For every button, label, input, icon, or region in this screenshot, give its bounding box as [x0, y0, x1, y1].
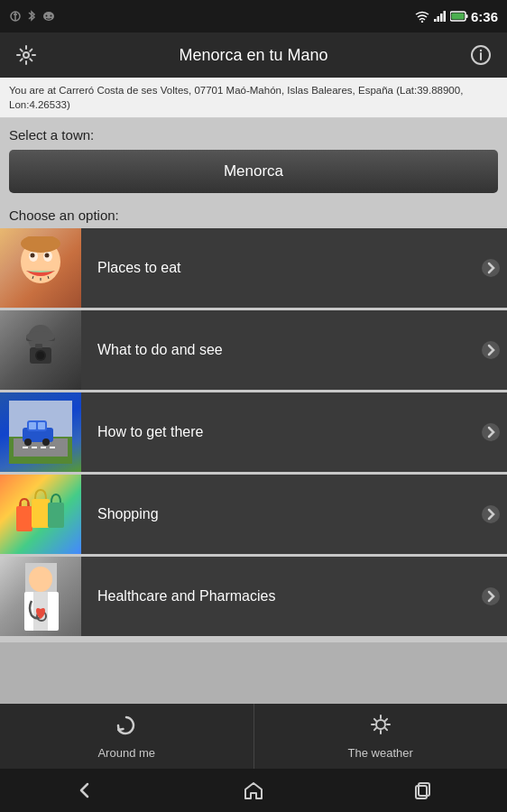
- menu-thumb-do: [0, 310, 81, 390]
- svg-point-6: [421, 21, 423, 23]
- battery-icon: [450, 11, 468, 22]
- menu-item-label-shopping: Shopping: [81, 506, 475, 522]
- wifi-icon: [414, 10, 430, 23]
- svg-line-64: [374, 718, 376, 720]
- svg-rect-47: [16, 506, 32, 531]
- signal-icon: [433, 10, 447, 23]
- menu-item-label-eat: Places to eat: [81, 260, 475, 276]
- menu-thumb-transport: [0, 392, 81, 472]
- svg-marker-68: [245, 783, 262, 798]
- svg-point-34: [26, 331, 55, 342]
- menu-item-health[interactable]: Healthcare and Pharmacies: [0, 557, 507, 636]
- select-town-section: Select a town: Menorca: [0, 118, 507, 198]
- svg-point-31: [37, 352, 44, 359]
- svg-point-42: [24, 438, 32, 446]
- menu-thumb-shopping: [0, 475, 81, 554]
- menu-thumb-health: [0, 557, 81, 636]
- top-bar: Menorca en tu Mano: [0, 32, 507, 78]
- svg-rect-7: [434, 19, 437, 22]
- android-nav: [0, 769, 507, 812]
- svg-point-58: [482, 587, 500, 605]
- status-bar-left: [9, 10, 56, 23]
- status-bar: 6:36: [0, 0, 507, 32]
- settings-button[interactable]: [13, 42, 40, 69]
- svg-rect-9: [440, 14, 443, 22]
- clock: 6:36: [471, 9, 498, 24]
- svg-rect-49: [48, 503, 64, 528]
- svg-rect-48: [32, 499, 50, 528]
- svg-line-67: [385, 718, 387, 720]
- svg-point-22: [45, 254, 50, 258]
- menu-item-do[interactable]: What to do and see: [0, 310, 507, 390]
- menu-item-transport[interactable]: How to get there: [0, 392, 507, 472]
- recents-button[interactable]: [409, 777, 436, 804]
- menu-item-eat[interactable]: Places to eat: [0, 228, 507, 308]
- svg-line-65: [385, 727, 387, 729]
- svg-point-52: [482, 505, 500, 523]
- bottom-nav-around-label: Around me: [97, 746, 155, 760]
- svg-rect-32: [35, 344, 42, 348]
- bottom-nav-weather[interactable]: The weather: [254, 704, 508, 769]
- svg-rect-45: [38, 422, 45, 429]
- menu-item-label-health: Healthcare and Pharmacies: [81, 588, 475, 604]
- location-text: You are at Carreró Costa de ses Voltes, …: [9, 85, 463, 110]
- status-bar-right: 6:36: [414, 9, 498, 24]
- svg-point-4: [46, 15, 48, 17]
- svg-point-17: [480, 50, 482, 51]
- location-bar: You are at Carreró Costa de ses Voltes, …: [0, 78, 507, 118]
- svg-line-66: [374, 727, 376, 729]
- main-content: Select a town: Menorca Choose an option:: [0, 118, 507, 642]
- svg-point-46: [482, 423, 500, 441]
- select-town-label: Select a town:: [9, 127, 498, 143]
- svg-rect-8: [437, 16, 439, 22]
- town-selector-button[interactable]: Menorca: [9, 150, 498, 193]
- bottom-nav: Around me The weather: [0, 704, 507, 769]
- weather-icon: [369, 714, 392, 743]
- back-button[interactable]: [71, 777, 98, 804]
- arrow-eat: [475, 252, 507, 284]
- svg-rect-10: [443, 11, 446, 22]
- menu-item-label-do: What to do and see: [81, 342, 475, 358]
- svg-point-35: [482, 341, 500, 359]
- svg-point-5: [51, 15, 52, 17]
- menu-list: Places to eat: [0, 228, 507, 642]
- svg-rect-13: [451, 14, 464, 20]
- svg-rect-44: [29, 422, 36, 429]
- choose-option-label: Choose an option:: [0, 198, 507, 228]
- svg-point-43: [42, 438, 50, 446]
- usb-icon: [9, 10, 22, 23]
- bottom-nav-weather-label: The weather: [348, 746, 413, 760]
- info-button[interactable]: [467, 42, 494, 69]
- svg-point-54: [29, 567, 52, 592]
- menu-item-shopping[interactable]: Shopping: [0, 475, 507, 554]
- svg-point-59: [376, 720, 385, 729]
- svg-point-21: [31, 254, 35, 258]
- android-face-icon: [41, 10, 56, 23]
- svg-point-14: [23, 52, 29, 58]
- bluetooth-icon: [27, 10, 36, 23]
- svg-point-27: [482, 259, 500, 277]
- menu-thumb-eat: [0, 228, 81, 308]
- arrow-health: [475, 580, 507, 613]
- home-button[interactable]: [240, 777, 267, 804]
- arrow-transport: [475, 416, 507, 448]
- svg-rect-12: [466, 14, 467, 18]
- around-icon: [115, 714, 138, 743]
- arrow-shopping: [475, 498, 507, 531]
- bottom-nav-around[interactable]: Around me: [0, 704, 254, 769]
- menu-item-label-transport: How to get there: [81, 424, 475, 440]
- app-title: Menorca en tu Mano: [40, 46, 467, 65]
- arrow-do: [475, 334, 507, 366]
